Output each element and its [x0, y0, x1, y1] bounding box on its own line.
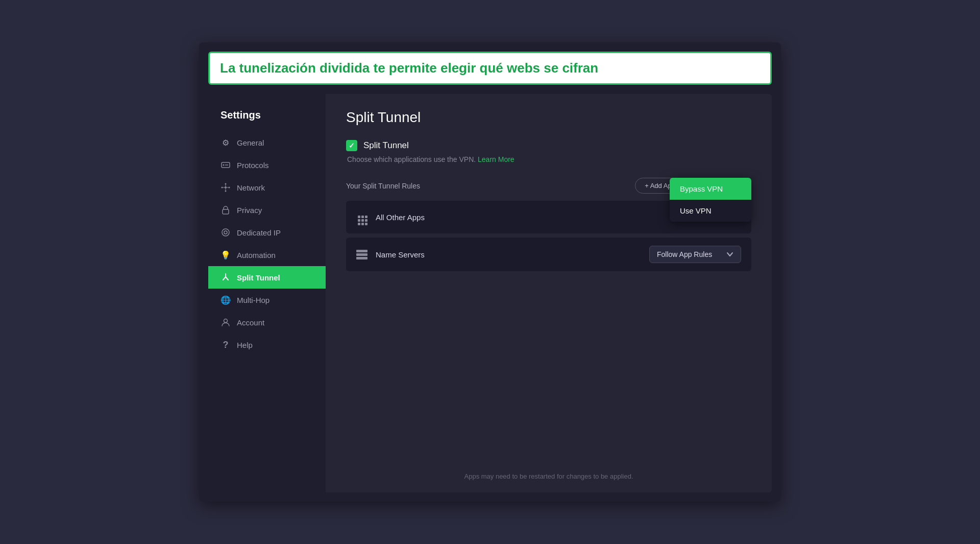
sidebar-item-multi-hop[interactable]: 🌐 Multi-Hop — [208, 289, 326, 311]
sidebar-item-label: Network — [237, 183, 265, 192]
svg-point-14 — [224, 231, 227, 234]
sidebar-item-dedicated-ip[interactable]: Dedicated IP — [208, 221, 326, 244]
main-content: Split Tunnel Split Tunnel Choose which a… — [326, 94, 772, 492]
learn-more-link[interactable]: Learn More — [478, 155, 514, 163]
dropdown-item-bypass-vpn[interactable]: Bypass VPN — [670, 178, 751, 200]
svg-point-4 — [225, 183, 227, 185]
dedicated-ip-icon — [220, 227, 231, 238]
svg-point-3 — [225, 186, 227, 188]
footer-note: Apps may need to be restarted for change… — [346, 472, 751, 480]
protocols-icon — [220, 160, 231, 170]
rule-name: Name Servers — [376, 250, 425, 259]
sidebar-item-label: Multi-Hop — [237, 296, 270, 304]
chevron-down-icon — [726, 251, 733, 258]
rule-left: Name Servers — [356, 250, 425, 259]
split-tunnel-label: Split Tunnel — [363, 140, 409, 151]
sidebar-item-network[interactable]: Network — [208, 176, 326, 199]
gear-icon: ⚙ — [220, 137, 231, 148]
svg-point-15 — [224, 319, 228, 323]
all-other-apps-icon — [356, 209, 369, 225]
help-icon: ? — [220, 340, 231, 350]
rule-name: All Other Apps — [376, 213, 425, 222]
sidebar-item-account[interactable]: Account — [208, 311, 326, 334]
sidebar-item-label: Protocols — [237, 161, 269, 170]
svg-point-13 — [222, 229, 229, 236]
sidebar-item-automation[interactable]: 💡 Automation — [208, 244, 326, 266]
account-icon — [220, 317, 231, 327]
add-buttons: + Add App Bypass VPN Use VPN + Add Addre… — [635, 178, 751, 194]
sidebar-item-label: Privacy — [237, 206, 262, 215]
sidebar: Settings ⚙ General Protocols — [208, 94, 326, 492]
split-tunnel-checkbox[interactable] — [346, 140, 357, 151]
svg-point-7 — [229, 187, 230, 188]
svg-rect-12 — [223, 209, 229, 214]
app-body: Settings ⚙ General Protocols — [208, 94, 772, 492]
description: Choose which applications use the VPN. L… — [346, 155, 751, 163]
sidebar-item-general[interactable]: ⚙ General — [208, 131, 326, 154]
dropdown-value: Follow App Rules — [657, 250, 712, 258]
sidebar-item-privacy[interactable]: Privacy — [208, 199, 326, 221]
network-icon — [220, 182, 231, 193]
sidebar-item-label: General — [237, 138, 264, 147]
sidebar-item-label: Split Tunnel — [237, 273, 280, 282]
banner-text: La tunelización dividida te permite eleg… — [220, 60, 598, 76]
name-servers-icon — [356, 250, 369, 259]
sidebar-item-protocols[interactable]: Protocols — [208, 154, 326, 176]
lock-icon — [220, 205, 231, 215]
multi-hop-icon: 🌐 — [220, 295, 231, 305]
svg-point-5 — [225, 191, 227, 192]
rule-left: All Other Apps — [356, 209, 425, 225]
follow-app-rules-dropdown[interactable]: Follow App Rules — [649, 246, 741, 263]
automation-icon: 💡 — [220, 250, 231, 260]
rule-right: Follow App Rules — [649, 246, 741, 263]
dropdown-item-use-vpn[interactable]: Use VPN — [670, 200, 751, 222]
rules-header: Your Split Tunnel Rules + Add App Bypass… — [346, 178, 751, 194]
page-title: Split Tunnel — [346, 109, 751, 126]
sidebar-item-label: Automation — [237, 251, 276, 259]
rules-title: Your Split Tunnel Rules — [346, 182, 420, 190]
dropdown-menu: Bypass VPN Use VPN — [670, 178, 751, 222]
split-tunnel-icon — [220, 272, 231, 282]
sidebar-item-split-tunnel[interactable]: Split Tunnel — [208, 266, 326, 289]
svg-point-6 — [222, 187, 223, 188]
split-tunnel-toggle-row: Split Tunnel — [346, 140, 751, 151]
sidebar-title: Settings — [208, 104, 326, 131]
sidebar-item-label: Help — [237, 341, 253, 349]
svg-point-1 — [223, 164, 225, 166]
sidebar-item-help[interactable]: ? Help — [208, 334, 326, 356]
table-row: Name Servers Follow App Rules — [346, 238, 751, 271]
sidebar-item-label: Account — [237, 318, 264, 327]
sidebar-item-label: Dedicated IP — [237, 228, 281, 237]
banner: La tunelización dividida te permite eleg… — [208, 52, 772, 85]
